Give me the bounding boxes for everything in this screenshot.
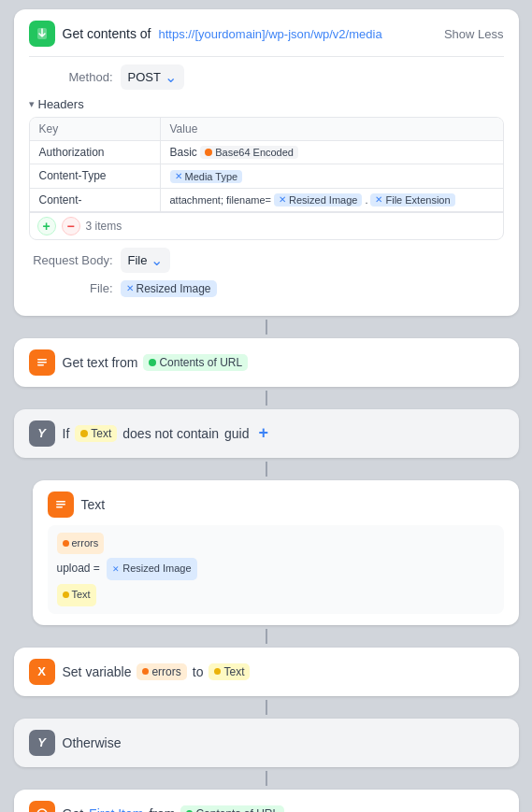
svg-rect-5 bbox=[56, 504, 65, 506]
contents-dot bbox=[149, 359, 156, 366]
if-content: If Text does not contain guid + bbox=[63, 423, 504, 443]
connector-3 bbox=[266, 462, 267, 477]
contents-of-url-token: Contents of URL bbox=[143, 354, 248, 371]
method-row: Method: POST ⌄ bbox=[29, 64, 504, 90]
upload-label: upload = bbox=[57, 562, 100, 575]
get-text-content: Get text from Contents of URL bbox=[63, 354, 504, 371]
add-condition-button[interactable]: + bbox=[259, 423, 269, 443]
content-type-key: Content-Type bbox=[30, 164, 161, 188]
contents-of-url-token-2: Contents of URL bbox=[180, 805, 284, 812]
remove-header-button[interactable]: − bbox=[62, 217, 80, 235]
get-first-item-card: Get First Item from Contents of URL bbox=[14, 790, 519, 812]
file-token-label: Resized Image bbox=[137, 282, 211, 295]
guid-value: guid bbox=[224, 426, 249, 441]
content-type-value: ✕ Media Type bbox=[161, 164, 503, 188]
headers-table-header: Key Value bbox=[30, 118, 503, 141]
headers-row-content-type: Content-Type ✕ Media Type bbox=[30, 164, 503, 189]
errors-var-label: errors bbox=[151, 665, 180, 678]
text-label-if: Text bbox=[91, 427, 111, 440]
base64-badge: Base64 Encoded bbox=[200, 146, 298, 159]
otherwise-y-symbol: Y bbox=[37, 735, 46, 749]
otherwise-label: Otherwise bbox=[63, 735, 122, 750]
request-body-value: File bbox=[128, 253, 148, 267]
connector-2 bbox=[266, 391, 267, 406]
errors-line: errors bbox=[57, 533, 495, 555]
if-y-symbol: Y bbox=[37, 426, 46, 440]
headers-row-auth: Authorization Basic Base64 Encoded bbox=[30, 141, 503, 164]
text-label-set-var: Text bbox=[223, 665, 244, 678]
headers-row-content-attachment: Content- attachment; filename= ✕ Resized… bbox=[30, 189, 503, 212]
resized-image-label-body: Resized Image bbox=[122, 560, 191, 578]
file-ext-badge: ✕ File Extension bbox=[370, 193, 454, 207]
text-token-body: Text bbox=[57, 584, 96, 606]
text-dot-set-var bbox=[214, 668, 221, 675]
media-type-badge: ✕ Media Type bbox=[170, 170, 243, 183]
file-row: File: ✕ Resized Image bbox=[29, 280, 504, 297]
text-token-if: Text bbox=[75, 425, 117, 442]
base64-dot bbox=[205, 149, 212, 156]
otherwise-card: Y Otherwise bbox=[14, 719, 519, 767]
contents-token-label: Contents of URL bbox=[159, 356, 242, 369]
request-body-select[interactable]: File ⌄ bbox=[121, 248, 171, 273]
connector-6 bbox=[266, 771, 267, 786]
resized-image-token-body: ✕ Resized Image bbox=[107, 558, 196, 580]
if-icon: Y bbox=[29, 420, 55, 447]
resized-image-badge-header: ✕ Resized Image bbox=[274, 193, 362, 207]
get-contents-icon bbox=[29, 21, 55, 47]
add-header-button[interactable]: + bbox=[37, 217, 56, 235]
errors-label: errors bbox=[72, 534, 99, 553]
get-text-label: Get text from bbox=[63, 355, 138, 370]
content-attachment-value: attachment; filename= ✕ Resized Image . … bbox=[161, 189, 503, 211]
key-col-header: Key bbox=[30, 118, 161, 140]
request-body-arrow-icon: ⌄ bbox=[151, 251, 163, 269]
get-first-item-icon bbox=[29, 801, 55, 812]
table-footer: + − 3 items bbox=[30, 212, 503, 239]
value-col-header: Value bbox=[161, 118, 503, 140]
url-text[interactable]: https://[yourdomain]/wp-json/wp/v2/media bbox=[158, 27, 381, 41]
get-contents-card: Get contents of https://[yourdomain]/wp-… bbox=[14, 9, 519, 316]
text-action-icon bbox=[48, 491, 74, 518]
auth-basic-text: Basic bbox=[170, 146, 201, 159]
svg-rect-6 bbox=[56, 506, 63, 508]
set-var-errors-icon: X bbox=[29, 659, 55, 685]
file-token: ✕ Resized Image bbox=[121, 280, 217, 297]
from-label: from bbox=[149, 806, 175, 812]
resized-image-icon-body: ✕ bbox=[112, 562, 120, 577]
file-ext-label: File Extension bbox=[385, 194, 450, 206]
file-ext-icon: ✕ bbox=[375, 194, 382, 205]
text-dot-body bbox=[63, 591, 69, 598]
otherwise-icon: Y bbox=[29, 730, 55, 756]
chevron-icon: ▾ bbox=[29, 98, 35, 110]
text-dot-if bbox=[80, 430, 88, 437]
upload-line: upload = ✕ Resized Image bbox=[57, 558, 495, 580]
first-item-link[interactable]: First Item bbox=[89, 806, 143, 812]
auth-key: Authorization bbox=[30, 141, 161, 164]
condition-text: does not contain bbox=[122, 426, 219, 441]
divider bbox=[29, 56, 504, 57]
attachment-text: attachment; filename= bbox=[170, 194, 272, 206]
set-variable-label-1: Set variable bbox=[63, 664, 132, 679]
method-select[interactable]: POST ⌄ bbox=[121, 64, 184, 90]
errors-dot bbox=[63, 540, 69, 547]
text-action-header: Text bbox=[48, 491, 504, 518]
show-less-button[interactable]: Show Less bbox=[444, 27, 504, 41]
media-type-label: Media Type bbox=[185, 171, 238, 182]
get-text-card: Get text from Contents of URL bbox=[14, 338, 519, 387]
media-type-icon: ✕ bbox=[175, 171, 182, 181]
request-body-row: Request Body: File ⌄ bbox=[29, 248, 504, 273]
get-label: Get bbox=[63, 806, 84, 812]
dot-sep: . bbox=[365, 194, 367, 206]
text-action-card: Text errors upload = ✕ Resized Image bbox=[33, 480, 519, 625]
get-text-icon bbox=[29, 349, 55, 376]
get-first-item-content: Get First Item from Contents of URL bbox=[63, 805, 504, 812]
if-card: Y If Text does not contain guid + bbox=[14, 409, 519, 458]
text-action-title: Text bbox=[81, 497, 106, 512]
headers-section: ▾ Headers bbox=[29, 97, 504, 111]
set-var-x-icon: X bbox=[37, 664, 46, 678]
errors-variable-token: errors bbox=[137, 663, 186, 680]
method-value: POST bbox=[128, 70, 161, 84]
file-label: File: bbox=[29, 281, 113, 295]
errors-token: errors bbox=[57, 533, 105, 555]
items-count: 3 items bbox=[86, 220, 122, 233]
text-label-body: Text bbox=[72, 586, 91, 605]
